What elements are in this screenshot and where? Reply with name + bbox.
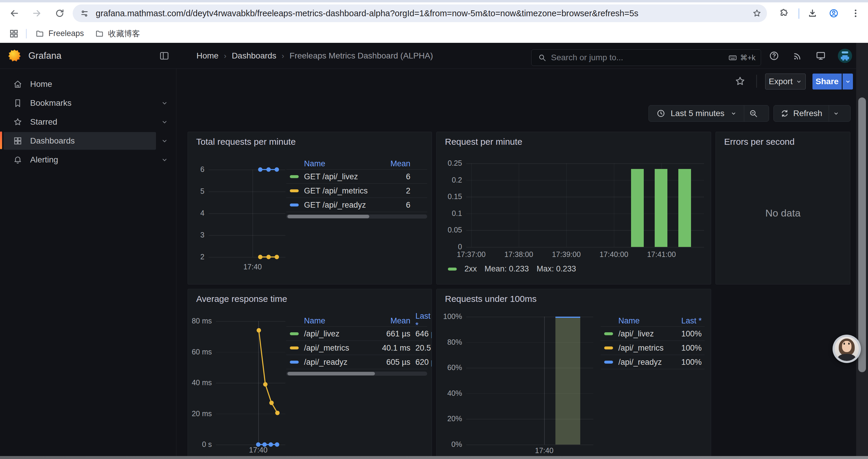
- legend-scrollbar-thumb[interactable]: [287, 215, 369, 218]
- legend-row: /api/_readyz100%: [601, 355, 705, 369]
- chevron-down-icon[interactable]: [730, 110, 737, 117]
- legend-scrollbar[interactable]: [286, 215, 427, 219]
- zoom-out-icon[interactable]: [749, 109, 758, 118]
- panel-title[interactable]: Total requests per minute: [196, 137, 296, 147]
- favorite-dashboard-star-icon[interactable]: [735, 76, 746, 87]
- y-axis-tick: 0.1: [438, 209, 462, 218]
- bar: [555, 317, 580, 445]
- bookmark-icon: [13, 98, 23, 108]
- time-range-label[interactable]: Last 5 minutes: [671, 109, 724, 118]
- time-range-group: Last 5 minutes: [649, 105, 769, 122]
- series-name[interactable]: 2xx: [464, 264, 477, 273]
- search-input[interactable]: [551, 53, 728, 62]
- chevron-down-icon[interactable]: [161, 118, 168, 126]
- x-axis-tick: 17:40: [229, 263, 276, 271]
- y-axis-tick: 20%: [438, 415, 462, 423]
- y-axis-tick: 0.05: [438, 226, 462, 234]
- breadcrumb-dashboards[interactable]: Dashboards: [231, 51, 276, 61]
- actions-divider: [756, 75, 757, 88]
- reload-icon[interactable]: [53, 7, 66, 20]
- bookmark-folder-freeleaps[interactable]: Freeleaps: [35, 24, 84, 43]
- back-icon[interactable]: [8, 7, 21, 20]
- assistant-extension-avatar[interactable]: [833, 335, 861, 363]
- series-mean: 2: [286, 186, 410, 195]
- legend-row: GET /api/_metrics2: [286, 184, 427, 198]
- x-axis-tick: 17:40: [235, 446, 282, 454]
- folder-icon: [35, 29, 44, 38]
- url-text[interactable]: grafana.mathmast.com/d/deytv4rwavabkb/fr…: [96, 4, 639, 22]
- active-indicator: [0, 131, 2, 149]
- gridline: [544, 317, 545, 445]
- panel-title[interactable]: Average response time: [196, 294, 287, 304]
- kiosk-monitor-icon[interactable]: [815, 51, 826, 61]
- sidebar-item-home[interactable]: Home: [0, 75, 176, 94]
- sidebar-item-alerting[interactable]: Alerting: [0, 150, 176, 169]
- user-avatar[interactable]: [838, 49, 852, 63]
- refresh-interval-caret[interactable]: [833, 110, 839, 117]
- bar: [678, 169, 691, 247]
- avatar-face: [842, 341, 851, 352]
- breadcrumb-home[interactable]: Home: [196, 51, 219, 61]
- chevron-down-icon[interactable]: [161, 99, 168, 107]
- help-icon[interactable]: [769, 51, 779, 61]
- panel-title[interactable]: Request per minute: [445, 137, 522, 147]
- star-icon: [13, 117, 23, 127]
- y-axis-tick: 0%: [438, 440, 462, 449]
- profile-icon[interactable]: [827, 7, 840, 20]
- legend-col-last[interactable]: Last *: [601, 316, 702, 326]
- breadcrumb-separator: ›: [224, 52, 226, 61]
- legend: 2xxMean: 0.233Max: 0.233: [448, 264, 576, 273]
- browser-toolbar: grafana.mathmast.com/d/deytv4rwavabkb/fr…: [0, 2, 868, 24]
- collapse-sidebar-icon[interactable]: [159, 51, 169, 61]
- chart-plot[interactable]: [209, 169, 285, 257]
- panel-request-per-minute: Request per minute 0.250.20.150.10.05017…: [436, 132, 711, 285]
- refresh-icon[interactable]: [780, 109, 789, 118]
- url-bar[interactable]: grafana.mathmast.com/d/deytv4rwavabkb/fr…: [73, 4, 767, 22]
- bar: [655, 169, 668, 247]
- refresh-label[interactable]: Refresh: [793, 109, 822, 118]
- legend-scrollbar-thumb[interactable]: [287, 372, 375, 375]
- y-axis-tick: 0.2: [438, 176, 462, 184]
- y-axis-tick: 60 ms: [188, 348, 212, 356]
- chevron-down-icon[interactable]: [161, 156, 168, 164]
- y-axis-tick: 100%: [438, 312, 462, 321]
- site-settings-icon[interactable]: [80, 8, 89, 18]
- x-axis-tick: 17:37:00: [447, 250, 495, 259]
- forward-icon[interactable]: [30, 7, 43, 20]
- legend-table: NameMeanGET /api/_livez6GET /api/_metric…: [286, 158, 427, 219]
- legend-scrollbar[interactable]: [286, 371, 427, 376]
- legend-col-mean[interactable]: Mean: [286, 159, 410, 168]
- sidebar-item-starred[interactable]: Starred: [0, 112, 176, 131]
- series-stat: Mean: 0.233: [485, 264, 529, 273]
- y-axis-tick: 0.25: [438, 159, 462, 167]
- export-button[interactable]: Export: [765, 73, 806, 90]
- panel-requests-under-100ms: Requests under 100ms 100%80%60%40%20%0%1…: [436, 289, 711, 459]
- sidebar-item-bookmarks[interactable]: Bookmarks: [0, 94, 176, 112]
- browser-menu-icon[interactable]: [849, 7, 862, 20]
- search-box[interactable]: ⌘+k: [531, 49, 761, 66]
- grafana-logo-icon[interactable]: [8, 50, 21, 62]
- gridline: [466, 445, 593, 445]
- bookmark-star-icon[interactable]: [752, 8, 762, 18]
- legend-col-mean[interactable]: Mean: [286, 316, 410, 326]
- y-axis-tick: 80%: [438, 338, 462, 347]
- y-axis-tick: 6: [188, 165, 205, 174]
- y-axis-tick: 0: [438, 242, 462, 251]
- news-rss-icon[interactable]: [793, 51, 803, 61]
- keyboard-icon: [728, 53, 737, 62]
- series-mean: 6: [286, 200, 410, 209]
- sidebar-item-dashboards[interactable]: Dashboards: [0, 131, 176, 150]
- panel-title[interactable]: Errors per second: [724, 137, 795, 147]
- share-menu-caret[interactable]: [843, 73, 853, 90]
- chart-plot[interactable]: [216, 321, 285, 445]
- apps-grid-icon[interactable]: [9, 29, 19, 39]
- downloads-icon[interactable]: [806, 7, 819, 20]
- chevron-down-icon[interactable]: [161, 137, 168, 145]
- vertical-scrollbar-thumb[interactable]: [858, 97, 866, 372]
- panel-title[interactable]: Requests under 100ms: [445, 294, 536, 304]
- share-button[interactable]: Share: [812, 73, 842, 90]
- gridline: [614, 163, 615, 247]
- extensions-icon[interactable]: [777, 7, 790, 20]
- bookmarks-divider: [26, 29, 27, 38]
- bookmark-folder-blogs[interactable]: 收藏博客: [95, 24, 140, 43]
